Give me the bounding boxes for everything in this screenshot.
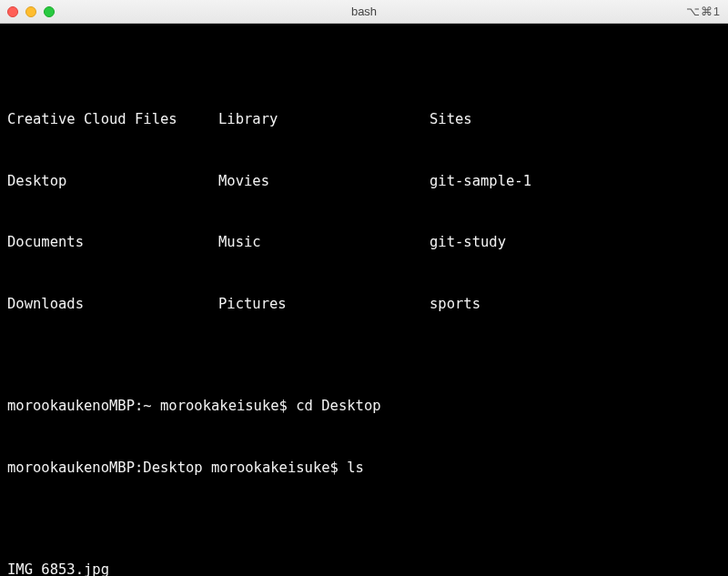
ls-home-item: git-sample-1: [430, 171, 721, 192]
maximize-button[interactable]: [44, 6, 55, 17]
ls-home-item: Creative Cloud Files: [7, 109, 218, 130]
ls-home-item: Movies: [218, 171, 430, 192]
ls-home-output: Creative Cloud Files Desktop Documents D…: [7, 68, 721, 355]
keyboard-shortcut-indicator: ⌥⌘1: [686, 5, 721, 18]
ls-home-item: Sites: [430, 109, 721, 130]
ls-home-item: Downloads: [7, 294, 218, 315]
window-title: bash: [351, 5, 377, 18]
ls-home-item: Documents: [7, 232, 218, 253]
ls-desktop-output: IMG_6853.jpg IMG_6897.jpg IMG_6905.jpg P…: [7, 519, 721, 576]
prompt-line: morookaukenoMBP:~ morookakeisuke$ cd Des…: [7, 396, 721, 417]
prompt-line: morookaukenoMBP:Desktop morookakeisuke$ …: [7, 458, 721, 479]
minimize-button[interactable]: [25, 6, 36, 17]
ls-home-item: Desktop: [7, 171, 218, 192]
ls-home-item: Pictures: [218, 294, 430, 315]
ls-home-item: git-study: [430, 232, 721, 253]
terminal-body[interactable]: Creative Cloud Files Desktop Documents D…: [0, 24, 728, 576]
ls-home-item: sports: [430, 294, 721, 315]
ls-home-item: Music: [218, 232, 430, 253]
ls-home-item: Library: [218, 109, 430, 130]
ls-desktop-item: IMG_6853.jpg: [7, 560, 721, 576]
close-button[interactable]: [7, 6, 18, 17]
traffic-lights: [7, 6, 55, 17]
window-titlebar: bash ⌥⌘1: [0, 0, 728, 24]
